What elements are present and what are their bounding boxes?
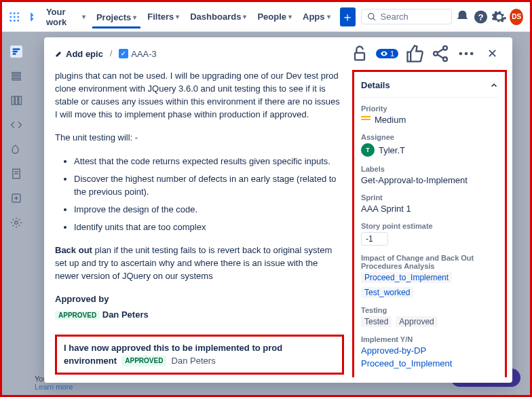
list-item: Improve the design of the code. <box>74 204 344 216</box>
svg-point-3 <box>10 16 12 18</box>
modal-header: Add epic / AAA-3 1 ✕ <box>44 37 512 70</box>
svg-rect-17 <box>12 75 20 77</box>
watch-button[interactable]: 1 <box>376 49 398 58</box>
rail-settings-icon[interactable] <box>10 216 22 229</box>
nav-filters[interactable]: Filters▾ <box>143 9 183 24</box>
rail-backlog-icon[interactable] <box>10 70 22 82</box>
svg-point-4 <box>14 16 16 18</box>
learn-more-link[interactable]: Learn more <box>35 383 73 391</box>
field-priority[interactable]: Priority Medium <box>361 105 498 125</box>
lock-icon[interactable] <box>350 44 369 63</box>
search-input[interactable]: Search <box>361 9 453 24</box>
nav-apps[interactable]: Apps▾ <box>299 9 335 24</box>
breadcrumb-separator: / <box>110 49 112 58</box>
field-story-points[interactable]: Story point estimate -1 <box>361 222 498 246</box>
svg-rect-18 <box>12 79 20 80</box>
approval-author: Dan Peters <box>172 356 216 366</box>
rail-board-icon[interactable] <box>10 94 22 107</box>
app-switcher-icon[interactable] <box>9 10 20 24</box>
issue-modal: Add epic / AAA-3 1 ✕ plugins that can no… <box>44 37 512 383</box>
search-placeholder: Search <box>381 12 408 22</box>
rail-code-icon[interactable] <box>10 119 22 131</box>
svg-point-2 <box>17 12 19 14</box>
nav-projects[interactable]: Projects▾ <box>92 10 140 29</box>
close-button[interactable]: ✕ <box>482 44 501 63</box>
svg-rect-14 <box>13 51 18 52</box>
details-panel: Details Priority Medium Assignee TTyler.… <box>352 70 507 377</box>
create-button[interactable]: ＋ <box>340 7 356 26</box>
svg-text:?: ? <box>478 12 484 22</box>
svg-point-0 <box>10 12 12 14</box>
rail-releases-icon[interactable] <box>10 143 22 155</box>
field-implement[interactable]: Implement Y/N Approved-by-DP Proceed_to_… <box>361 335 498 368</box>
rail-pages-icon[interactable] <box>10 168 22 180</box>
svg-point-7 <box>14 20 16 22</box>
issue-key-link[interactable]: AAA-3 <box>119 49 157 59</box>
field-impact[interactable]: Impact of Change and Back Out Procedures… <box>361 254 498 298</box>
svg-point-36 <box>465 52 468 56</box>
svg-line-34 <box>437 54 443 58</box>
svg-rect-29 <box>355 53 364 60</box>
svg-rect-19 <box>12 96 14 105</box>
description-p1: plugins that can not be used. I will be … <box>55 70 344 121</box>
share-icon[interactable] <box>431 44 450 63</box>
description-p2: The unit testing will: - <box>55 132 344 145</box>
approval-comment-highlight: I have now approved this to be implement… <box>55 335 344 375</box>
details-header[interactable]: Details <box>361 76 498 98</box>
eye-icon <box>380 50 388 58</box>
settings-icon[interactable] <box>491 7 507 26</box>
field-testing[interactable]: Testing Tested Approved <box>361 306 498 327</box>
add-epic-button[interactable]: Add epic <box>55 49 103 59</box>
issue-type-icon <box>119 49 128 58</box>
more-actions-icon[interactable] <box>457 44 476 63</box>
field-labels[interactable]: Labels Get-Approval-to-Implement <box>361 165 498 185</box>
svg-rect-13 <box>13 48 20 50</box>
svg-point-37 <box>470 52 474 56</box>
list-item: Identify units that are too complex <box>74 221 344 233</box>
svg-point-9 <box>368 13 373 18</box>
like-icon[interactable] <box>405 44 424 63</box>
svg-point-6 <box>10 20 12 22</box>
search-icon <box>367 12 377 22</box>
priority-medium-icon <box>361 119 370 121</box>
chevron-up-icon <box>490 81 498 90</box>
approver-name: Dan Peters <box>102 309 149 320</box>
nav-dashboards[interactable]: Dashboards▾ <box>186 9 250 24</box>
svg-rect-20 <box>16 96 18 105</box>
svg-line-10 <box>373 18 375 20</box>
svg-point-5 <box>17 16 19 18</box>
rail-roadmap-icon[interactable] <box>10 45 22 58</box>
list-item: Attest that the code returns expected re… <box>74 155 344 168</box>
help-icon[interactable]: ? <box>473 7 489 26</box>
issue-details-column: Details Priority Medium Assignee TTyler.… <box>352 70 510 377</box>
svg-rect-21 <box>19 96 22 105</box>
pencil-icon <box>55 50 63 58</box>
backout-plan: Back out plan if the unit testing fails … <box>55 244 344 283</box>
svg-point-35 <box>459 52 463 56</box>
nav-people[interactable]: People▾ <box>253 9 296 24</box>
nav-your-work[interactable]: Your work▾ <box>42 4 90 30</box>
field-assignee[interactable]: Assignee TTyler.T <box>361 133 498 157</box>
svg-point-28 <box>15 221 18 225</box>
svg-rect-16 <box>12 73 20 74</box>
notifications-icon[interactable] <box>455 7 470 26</box>
issue-main-column: plugins that can not be used. I will be … <box>52 70 352 377</box>
description-list: Attest that the code returns expected re… <box>55 155 344 233</box>
svg-point-8 <box>17 20 19 22</box>
top-nav: Your work▾ Projects▾ Filters▾ Dashboards… <box>2 2 530 32</box>
list-item: Discover the highest number of defects i… <box>74 173 344 197</box>
profile-avatar[interactable]: DS <box>510 9 523 25</box>
svg-line-33 <box>437 49 443 53</box>
assignee-avatar: T <box>361 143 375 157</box>
field-sprint[interactable]: Sprint AAA Sprint 1 <box>361 193 498 214</box>
svg-point-1 <box>14 12 16 14</box>
project-sidebar <box>2 32 31 395</box>
rail-add-icon[interactable] <box>10 192 22 204</box>
approved-by-label: Approved by <box>55 294 344 304</box>
jira-logo-icon[interactable] <box>25 10 36 24</box>
svg-rect-15 <box>13 53 16 54</box>
approved-lozenge: APPROVED <box>55 311 100 320</box>
approved-lozenge: APPROVED <box>121 356 166 367</box>
